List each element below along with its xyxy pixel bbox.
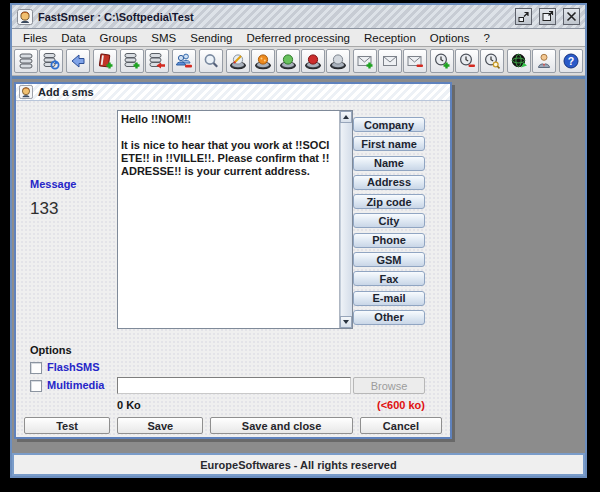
toolbar: ? [12, 47, 585, 76]
cancel-button[interactable]: Cancel [360, 417, 442, 434]
statusbar-text: EuropeSoftwares - All rights reserved [200, 459, 396, 471]
add-sms-dialog: Add a sms Message 133 Hello !!NOM!! It i… [14, 82, 452, 439]
app-icon [17, 9, 33, 25]
sms-failed-icon [304, 52, 322, 70]
insert-email-button[interactable]: E-mail [353, 291, 425, 306]
options-label: Options [30, 344, 72, 356]
toolbar-button-help[interactable]: ? [559, 49, 583, 73]
mail-icon [381, 52, 399, 70]
insert-address-button[interactable]: Address [353, 175, 425, 190]
toolbar-button-back[interactable] [66, 49, 90, 73]
insert-company-button[interactable]: Company [353, 117, 425, 132]
minimize-button[interactable] [515, 8, 532, 25]
toolbar-button-schedule-remove[interactable] [455, 49, 479, 73]
toolbar-button-database[interactable] [14, 49, 38, 73]
database-icon [17, 52, 35, 70]
toolbar-button-sms-failed[interactable] [301, 49, 325, 73]
menu-options[interactable]: Options [423, 30, 477, 46]
address-book-add-icon [96, 52, 114, 70]
toolbar-button-internet[interactable] [507, 49, 531, 73]
close-icon [564, 9, 579, 24]
toolbar-button-sms-received[interactable] [276, 49, 300, 73]
insert-gsm-button[interactable]: GSM [353, 252, 425, 267]
database-add-icon [123, 52, 141, 70]
toolbar-button-address-book-add[interactable] [93, 49, 117, 73]
menu-sms[interactable]: SMS [144, 30, 183, 46]
menu-files[interactable]: Files [16, 30, 54, 46]
sms-draft-icon [329, 52, 347, 70]
schedule-add-icon [433, 52, 451, 70]
flashsms-checkbox[interactable] [30, 362, 42, 374]
multimedia-path-input[interactable] [117, 377, 351, 394]
save-and-close-button[interactable]: Save and close [210, 417, 352, 434]
toolbar-button-database-export[interactable] [39, 49, 63, 73]
file-size-label: 0 Ko [117, 399, 141, 411]
menu-deferred-processing[interactable]: Deferred processing [239, 30, 357, 46]
toolbar-button-users-remove[interactable] [172, 49, 196, 73]
database-export-icon [42, 52, 60, 70]
insert-name-button[interactable]: Name [353, 156, 425, 171]
schedule-search-icon [483, 52, 501, 70]
insert-fax-button[interactable]: Fax [353, 271, 425, 286]
menu-help[interactable]: ? [476, 30, 496, 46]
toolbar-button-schedule-add[interactable] [430, 49, 454, 73]
schedule-remove-icon [458, 52, 476, 70]
menu-reception[interactable]: Reception [357, 30, 423, 46]
multimedia-label: Multimedia [47, 379, 104, 391]
search-icon [202, 52, 220, 70]
insert-phone-button[interactable]: Phone [353, 233, 425, 248]
dialog-icon [19, 85, 33, 99]
window-titlebar[interactable]: FastSmser : C:\Softpedia\Test [12, 5, 585, 29]
char-count: 133 [30, 199, 58, 219]
toolbar-button-sms-draft[interactable] [326, 49, 350, 73]
triangle-down-icon [343, 320, 349, 324]
multimedia-checkbox[interactable] [30, 380, 42, 392]
message-textarea-frame: Hello !!NOM!! It is nice to hear that yo… [117, 110, 353, 329]
internet-globe-icon [510, 52, 528, 70]
toolbar-button-mail-add[interactable] [353, 49, 377, 73]
scroll-down-button[interactable] [340, 316, 352, 328]
insert-other-button[interactable]: Other [353, 310, 425, 325]
mail-remove-icon [406, 52, 424, 70]
menu-data[interactable]: Data [54, 30, 92, 46]
toolbar-button-database-add[interactable] [120, 49, 144, 73]
database-remove-icon [148, 52, 166, 70]
sms-received-icon [279, 52, 297, 70]
scroll-up-button[interactable] [340, 111, 352, 123]
message-textarea[interactable]: Hello !!NOM!! It is nice to hear that yo… [118, 111, 339, 328]
save-button[interactable]: Save [117, 417, 203, 434]
minimize-icon [516, 9, 531, 24]
insert-zip-code-button[interactable]: Zip code [353, 194, 425, 209]
mail-add-icon [356, 52, 374, 70]
window-title: FastSmser : C:\Softpedia\Test [38, 11, 510, 23]
browse-button[interactable]: Browse [353, 377, 425, 394]
close-button[interactable] [563, 8, 580, 25]
insert-city-button[interactable]: City [353, 213, 425, 228]
menu-groups[interactable]: Groups [93, 30, 145, 46]
toolbar-button-search[interactable] [199, 49, 223, 73]
dialog-body: Message 133 Hello !!NOM!! It is nice to … [16, 101, 450, 437]
dialog-titlebar[interactable]: Add a sms [16, 84, 450, 101]
contact-person-icon [535, 52, 553, 70]
back-arrow-icon [69, 52, 87, 70]
toolbar-button-contact[interactable] [532, 49, 556, 73]
dialog-title: Add a sms [38, 86, 94, 98]
insert-first-name-button[interactable]: First name [353, 136, 425, 151]
sms-compose-icon [229, 52, 247, 70]
help-icon: ? [562, 52, 580, 70]
svg-text:?: ? [568, 55, 574, 67]
toolbar-button-sms-send[interactable] [251, 49, 275, 73]
test-button[interactable]: Test [24, 417, 110, 434]
users-remove-icon [175, 52, 193, 70]
menu-sending[interactable]: Sending [183, 30, 239, 46]
toolbar-button-sms-compose[interactable] [226, 49, 250, 73]
maximize-button[interactable] [539, 8, 556, 25]
toolbar-button-database-remove[interactable] [145, 49, 169, 73]
message-label: Message [30, 178, 76, 190]
toolbar-button-mail-remove[interactable] [403, 49, 427, 73]
toolbar-button-schedule-search[interactable] [480, 49, 504, 73]
message-scrollbar[interactable] [339, 111, 352, 328]
toolbar-button-mail[interactable] [378, 49, 402, 73]
main-window: FastSmser : C:\Softpedia\Test Files Data… [10, 3, 587, 478]
scrollbar-thumb[interactable] [340, 123, 352, 316]
